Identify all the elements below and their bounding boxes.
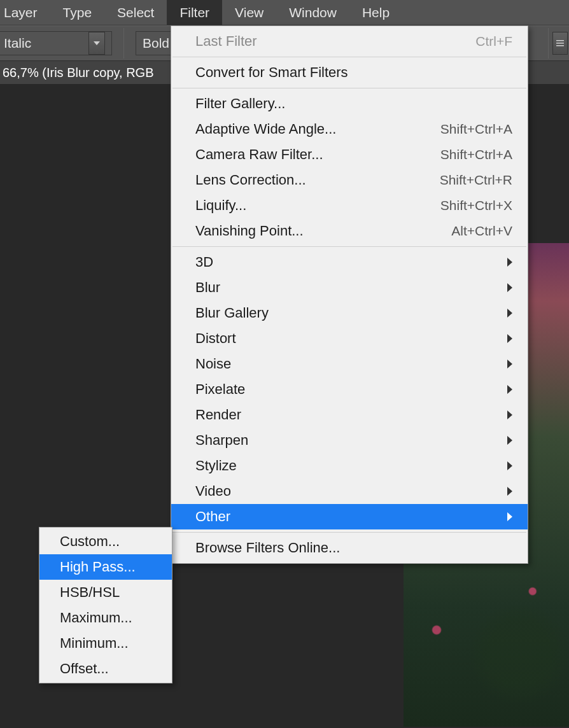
menuitem-minimum[interactable]: Minimum... <box>39 631 172 656</box>
menu-separator <box>172 88 526 88</box>
menuitem-label: Stylize <box>195 458 237 474</box>
menuitem-lens-correction[interactable]: Lens Correction...Shift+Ctrl+R <box>171 167 528 193</box>
menuitem-label: Vanishing Point... <box>195 223 304 239</box>
menuitem-video[interactable]: Video <box>171 479 528 504</box>
menuitem-label: 3D <box>195 254 213 270</box>
menu-window[interactable]: Window <box>276 0 349 25</box>
submenu-arrow-icon <box>507 283 512 292</box>
menuitem-label: Convert for Smart Filters <box>195 64 348 81</box>
menu-select[interactable]: Select <box>104 0 167 25</box>
menuitem-blur[interactable]: Blur <box>171 275 528 300</box>
dropdown-chevron-icon[interactable] <box>88 32 105 55</box>
menuitem-label: Offset... <box>60 661 109 677</box>
menuitem-shortcut: Ctrl+F <box>475 34 512 49</box>
menuitem-shortcut: Shift+Ctrl+A <box>440 147 512 162</box>
menuitem-label: Browse Filters Online... <box>195 540 340 556</box>
submenu-arrow-icon <box>507 461 512 470</box>
submenu-arrow-icon <box>507 360 512 368</box>
menuitem-pixelate[interactable]: Pixelate <box>171 377 528 402</box>
menuitem-label: Filter Gallery... <box>195 95 285 112</box>
menuitem-custom[interactable]: Custom... <box>39 529 172 554</box>
menuitem-label: Video <box>195 483 231 500</box>
menubar: LayerTypeSelectFilterViewWindowHelp <box>0 0 569 25</box>
menuitem-label: Custom... <box>60 533 120 550</box>
menuitem-label: Render <box>195 407 241 423</box>
menuitem-label: Camera Raw Filter... <box>195 146 323 163</box>
menuitem-browse-filters-online[interactable]: Browse Filters Online... <box>171 535 528 561</box>
menuitem-liquify[interactable]: Liquify...Shift+Ctrl+X <box>171 193 528 218</box>
menuitem-distort[interactable]: Distort <box>171 326 528 351</box>
menuitem-hsb-hsl[interactable]: HSB/HSL <box>39 580 172 605</box>
menu-separator <box>172 246 526 247</box>
menuitem-label: Adaptive Wide Angle... <box>195 121 336 137</box>
menuitem-label: Lens Correction... <box>195 172 306 188</box>
menuitem-filter-gallery[interactable]: Filter Gallery... <box>171 91 528 116</box>
menuitem-blur-gallery[interactable]: Blur Gallery <box>171 300 528 326</box>
document-tab-label: 66,7% (Iris Blur copy, RGB <box>3 66 153 80</box>
separator <box>123 28 124 59</box>
menuitem-label: Sharpen <box>195 432 248 449</box>
menuitem-high-pass[interactable]: High Pass... <box>39 554 172 580</box>
menuitem-render[interactable]: Render <box>171 402 528 428</box>
submenu-arrow-icon <box>507 334 512 343</box>
svg-rect-0 <box>556 40 564 41</box>
menu-filter[interactable]: Filter <box>167 0 222 25</box>
filter-other-submenu: Custom...High Pass...HSB/HSLMaximum...Mi… <box>39 527 172 683</box>
menuitem-3d[interactable]: 3D <box>171 249 528 275</box>
svg-rect-2 <box>556 45 564 46</box>
font-style-value-1: Italic <box>4 36 31 51</box>
menuitem-label: Noise <box>195 356 231 372</box>
menuitem-shortcut: Shift+Ctrl+A <box>440 122 512 137</box>
menuitem-label: Other <box>195 508 230 525</box>
menuitem-convert-for-smart-filters[interactable]: Convert for Smart Filters <box>171 60 528 85</box>
submenu-arrow-icon <box>507 512 512 521</box>
menuitem-vanishing-point[interactable]: Vanishing Point...Alt+Ctrl+V <box>171 218 528 244</box>
menu-separator <box>172 532 526 533</box>
menuitem-camera-raw-filter[interactable]: Camera Raw Filter...Shift+Ctrl+A <box>171 142 528 167</box>
submenu-arrow-icon <box>507 487 512 496</box>
submenu-arrow-icon <box>507 258 512 267</box>
menuitem-last-filter: Last FilterCtrl+F <box>171 29 528 54</box>
menuitem-label: HSB/HSL <box>60 584 120 601</box>
menuitem-offset[interactable]: Offset... <box>39 656 172 682</box>
submenu-arrow-icon <box>507 309 512 318</box>
menu-layer[interactable]: Layer <box>0 0 50 25</box>
menuitem-label: Blur Gallery <box>195 305 269 321</box>
menu-separator <box>172 57 526 57</box>
menuitem-shortcut: Shift+Ctrl+X <box>440 198 512 213</box>
menuitem-other[interactable]: Other <box>171 504 528 529</box>
menuitem-label: Blur <box>195 279 220 296</box>
options-overflow-icon[interactable] <box>552 32 568 55</box>
submenu-arrow-icon <box>507 436 512 445</box>
menuitem-label: Minimum... <box>60 635 129 652</box>
separator <box>548 28 549 59</box>
filter-menu: Last FilterCtrl+FConvert for Smart Filte… <box>171 25 528 564</box>
menuitem-label: Last Filter <box>195 33 257 50</box>
menuitem-label: Pixelate <box>195 381 245 398</box>
submenu-arrow-icon <box>507 410 512 419</box>
menu-type[interactable]: Type <box>50 0 105 25</box>
menu-help[interactable]: Help <box>349 0 402 25</box>
menuitem-shortcut: Shift+Ctrl+R <box>440 172 512 188</box>
menuitem-adaptive-wide-angle[interactable]: Adaptive Wide Angle...Shift+Ctrl+A <box>171 116 528 142</box>
submenu-arrow-icon <box>507 385 512 394</box>
menuitem-label: High Pass... <box>60 559 136 575</box>
menuitem-label: Maximum... <box>60 610 132 626</box>
menuitem-stylize[interactable]: Stylize <box>171 453 528 479</box>
menuitem-label: Liquify... <box>195 197 246 214</box>
font-style-dropdown-1[interactable]: Italic <box>0 31 112 55</box>
menuitem-sharpen[interactable]: Sharpen <box>171 428 528 453</box>
menu-view[interactable]: View <box>222 0 276 25</box>
menuitem-noise[interactable]: Noise <box>171 351 528 377</box>
menuitem-maximum[interactable]: Maximum... <box>39 605 172 631</box>
menuitem-label: Distort <box>195 330 236 347</box>
svg-rect-1 <box>556 43 564 44</box>
menuitem-shortcut: Alt+Ctrl+V <box>451 223 512 239</box>
